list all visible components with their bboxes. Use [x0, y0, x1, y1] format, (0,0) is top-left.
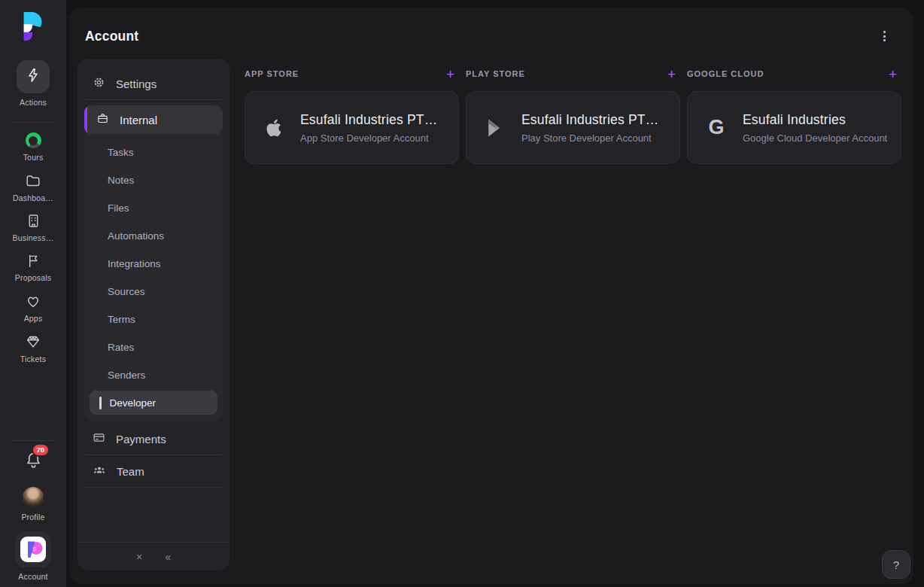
- internal-section: Internal Tasks Notes Files Automations I…: [84, 105, 223, 421]
- sidebar-divider: [11, 440, 55, 441]
- nav-subitem-label: Tasks: [108, 147, 134, 158]
- app-store-account-card[interactable]: Esufali Industries PTY LT… App Store Dev…: [245, 91, 459, 164]
- credit-card-icon: [93, 431, 105, 446]
- folder-icon: [25, 172, 41, 189]
- sidebar-item-account[interactable]: S Account: [15, 531, 51, 581]
- sidebar-divider: [11, 122, 55, 123]
- bell-icon: [24, 458, 43, 471]
- card-subtitle: Google Cloud Developer Account: [743, 132, 887, 144]
- plus-icon: +: [446, 66, 454, 82]
- help-button[interactable]: ?: [882, 550, 910, 579]
- sidebar-item-proposals[interactable]: Proposals: [15, 253, 52, 282]
- google-g-icon: G: [704, 117, 729, 138]
- profile-avatar: [23, 487, 44, 508]
- section-header: PLAY STORE +: [466, 65, 680, 83]
- sidebar-item-businesses[interactable]: Business…: [13, 213, 54, 242]
- ticket-icon: [25, 333, 41, 350]
- nav-subitem-automations[interactable]: Automations: [84, 222, 223, 250]
- sidebar-item-apps[interactable]: Apps: [24, 293, 43, 323]
- nav-item-payments[interactable]: Payments: [78, 424, 229, 453]
- add-play-store-account-button[interactable]: +: [666, 67, 677, 81]
- nav-subitem-senders[interactable]: Senders: [84, 361, 223, 389]
- card-title: Esufali Industries: [743, 112, 887, 128]
- sidebar-item-label: Dashboa…: [13, 193, 53, 202]
- account-logo-icon: S: [20, 537, 46, 562]
- nav-subitem-label: Rates: [108, 342, 134, 353]
- card-text: Esufali Industries PTY L… Play Store Dev…: [521, 112, 666, 144]
- section-play-store: PLAY STORE + Esufali Industries PTY L… P…: [466, 65, 680, 164]
- nav-item-developer[interactable]: Developer: [90, 391, 217, 415]
- briefcase-icon: [96, 112, 109, 127]
- building-icon: [26, 213, 41, 229]
- sidebar-item-actions[interactable]: Actions: [17, 60, 50, 107]
- card-subtitle: Play Store Developer Account: [521, 132, 666, 144]
- nav-divider: [86, 99, 221, 100]
- section-label: GOOGLE CLOUD: [687, 69, 764, 78]
- close-icon: ×: [136, 551, 142, 563]
- gear-icon: [93, 76, 105, 91]
- section-label: PLAY STORE: [466, 69, 525, 78]
- nav-subitem-notes[interactable]: Notes: [84, 166, 223, 194]
- tours-ring-icon: [26, 132, 41, 148]
- nav-subitem-label: Files: [108, 202, 129, 214]
- section-google-cloud: GOOGLE CLOUD + G Esufali Industries Goog…: [687, 65, 901, 164]
- sidebar-item-tickets[interactable]: Tickets: [20, 333, 46, 363]
- add-google-cloud-account-button[interactable]: +: [887, 67, 898, 81]
- developer-accounts-content: APP STORE + Esufali Industries PTY LT… A…: [245, 65, 901, 164]
- nav-subitem-rates[interactable]: Rates: [84, 333, 223, 361]
- nav-item-team[interactable]: Team: [78, 457, 229, 485]
- google-cloud-account-card[interactable]: G Esufali Industries Google Cloud Develo…: [687, 91, 901, 164]
- internal-selected-bar: [84, 105, 87, 134]
- nav-subitem-terms[interactable]: Terms: [84, 306, 223, 333]
- sidebar-item-dashboards[interactable]: Dashboa…: [13, 172, 53, 202]
- lightning-icon: [25, 67, 41, 87]
- play-store-icon: [482, 117, 508, 139]
- card-subtitle: App Store Developer Account: [300, 132, 445, 144]
- nav-item-label: Payments: [116, 433, 166, 446]
- nav-subitem-tasks[interactable]: Tasks: [84, 138, 223, 166]
- nav-collapse-button[interactable]: «: [165, 552, 171, 562]
- sidebar-item-profile[interactable]: Profile: [21, 487, 44, 522]
- nav-item-internal[interactable]: Internal: [84, 105, 223, 134]
- svg-text:S: S: [32, 546, 37, 552]
- add-app-store-account-button[interactable]: +: [445, 67, 456, 81]
- nav-subitem-label: Developer: [110, 397, 157, 409]
- section-label: APP STORE: [245, 69, 299, 78]
- sidebar-item-tours[interactable]: Tours: [23, 132, 44, 162]
- nav-close-button[interactable]: ×: [136, 552, 142, 562]
- nav-subitem-sources[interactable]: Sources: [84, 278, 223, 306]
- section-header: APP STORE +: [245, 65, 459, 83]
- actions-button[interactable]: [17, 60, 50, 93]
- plus-icon: +: [667, 66, 676, 82]
- app-sidebar: Actions Tours Dashboa… Busin: [0, 0, 66, 587]
- notifications-button[interactable]: 70: [24, 450, 43, 472]
- sidebar-item-label: Apps: [24, 314, 43, 323]
- sidebar-item-label: Business…: [13, 233, 54, 242]
- kebab-icon: [883, 31, 886, 33]
- play-store-account-card[interactable]: Esufali Industries PTY L… Play Store Dev…: [466, 91, 680, 164]
- brand-logo-icon[interactable]: [21, 11, 45, 42]
- internal-sublist: Tasks Notes Files Automations Integratio…: [84, 134, 223, 389]
- sidebar-item-label: Account: [18, 572, 47, 581]
- card-title: Esufali Industries PTY L…: [521, 112, 666, 128]
- sidebar-item-label: Tickets: [20, 354, 46, 363]
- subnav-footer: × «: [78, 542, 229, 570]
- more-options-button[interactable]: [879, 29, 889, 44]
- nav-subitem-files[interactable]: Files: [84, 194, 223, 222]
- chevrons-left-icon: «: [165, 551, 171, 563]
- panel-header: Account: [69, 8, 913, 59]
- card-title: Esufali Industries PTY LT…: [300, 112, 445, 128]
- section-header: GOOGLE CLOUD +: [687, 65, 901, 83]
- heart-icon: [25, 293, 41, 309]
- nav-item-settings[interactable]: Settings: [78, 69, 229, 98]
- nav-divider: [86, 455, 221, 455]
- sidebar-item-label: Actions: [20, 98, 47, 107]
- nav-subitem-label: Notes: [108, 175, 134, 186]
- nav-subitem-integrations[interactable]: Integrations: [84, 250, 223, 278]
- nav-subitem-label: Terms: [108, 314, 135, 325]
- card-text: Esufali Industries PTY LT… App Store Dev…: [300, 112, 445, 144]
- nav-item-label: Team: [117, 465, 144, 478]
- notification-badge: 70: [32, 443, 50, 457]
- plus-icon: +: [889, 66, 897, 82]
- apple-icon: [261, 117, 287, 139]
